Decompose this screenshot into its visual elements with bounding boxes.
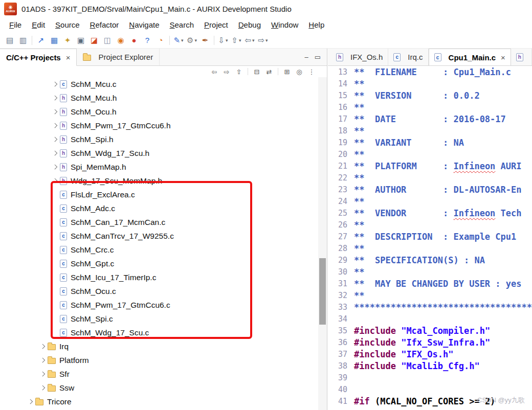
menu-refactor[interactable]: Refactor <box>85 19 124 31</box>
code-line[interactable]: 29** SPECIFICATION(S) : NA <box>328 255 532 266</box>
filters-button[interactable]: ◎ <box>294 66 304 77</box>
tree-scrollbar[interactable] <box>318 77 327 410</box>
tree-scrollbar-thumb[interactable] <box>319 258 326 325</box>
expand-chevron-icon[interactable] <box>39 381 48 395</box>
up-button[interactable]: ⇧ <box>234 66 244 77</box>
tree-item[interactable]: hWdg_17_Scu_MemMap.h <box>0 174 318 188</box>
tree-item[interactable]: cSchM_Adc.c <box>0 201 318 215</box>
menu-project[interactable]: Project <box>199 19 233 31</box>
code-line[interactable]: 24** <box>328 196 532 208</box>
help-button[interactable]: ? <box>141 34 154 47</box>
menu-debug[interactable]: Debug <box>233 19 266 31</box>
code-line[interactable]: 18** <box>328 125 532 137</box>
forward-button[interactable]: ⇨ <box>221 66 232 77</box>
code-line[interactable]: 34 <box>328 313 532 325</box>
tree-item[interactable]: hSpi_MemMap.h <box>0 160 318 174</box>
expand-all-button[interactable]: ⊞ <box>282 66 292 77</box>
code-line[interactable]: 40 <box>328 384 532 396</box>
console-button[interactable]: ▣ <box>74 34 87 47</box>
editor-tab-partial[interactable]: h <box>511 49 532 65</box>
code-line[interactable]: 20** <box>328 149 532 161</box>
code-line[interactable]: 16** <box>328 102 532 113</box>
previous-annotation-button[interactable]: ⇧ <box>230 34 243 47</box>
tree-item[interactable]: cFlsLdr_ExclArea.c <box>0 188 318 201</box>
key-button[interactable]: ✦ <box>61 34 74 47</box>
expand-chevron-icon[interactable] <box>39 339 48 353</box>
editor-body[interactable]: 13** FILENAME : Cpu1_Main.c14**15** VERS… <box>328 66 532 410</box>
tree-item[interactable]: cSchM_Mcu.c <box>0 77 318 91</box>
code-line[interactable]: 25** VENDOR : Infineon Tech <box>328 208 532 219</box>
tree-item[interactable]: cSchM_Crc.c <box>0 243 318 257</box>
tree-item[interactable]: Irq <box>0 339 318 353</box>
menu-window[interactable]: Window <box>266 19 303 31</box>
menu-help[interactable]: Help <box>303 19 329 31</box>
code-line[interactable]: 28** <box>328 243 532 255</box>
tree-item[interactable]: Tricore <box>0 395 318 408</box>
view-menu-button[interactable]: ⋮ <box>306 66 317 77</box>
flash-button[interactable]: ✎ <box>172 34 185 47</box>
expand-chevron-icon[interactable] <box>51 119 60 132</box>
tree-item[interactable]: cSchM_Can_17_McmCan.c <box>0 215 318 229</box>
code-line[interactable]: 19** VARIANT : NA <box>328 137 532 149</box>
tree-item[interactable]: cSchM_Wdg_17_Scu.c <box>0 326 318 339</box>
tree-item[interactable]: Platform <box>0 353 318 367</box>
tree-item[interactable]: Sfr <box>0 367 318 381</box>
code-line[interactable]: 26** <box>328 219 532 231</box>
save-all-button[interactable]: ▥ <box>16 34 30 47</box>
expand-chevron-icon[interactable] <box>39 367 48 381</box>
code-line[interactable]: 21** PLATFORM : Infineon AURI <box>328 161 532 172</box>
new-cpp-file-button[interactable]: ▦ <box>48 34 61 47</box>
code-line[interactable]: 30** <box>328 266 532 278</box>
tree-item[interactable]: cSchM_Pwm_17_GtmCcu6.c <box>0 298 318 312</box>
close-icon[interactable]: × <box>501 53 505 62</box>
code-line[interactable]: 23** AUTHOR : DL-AUTOSAR-En <box>328 184 532 196</box>
expand-chevron-icon[interactable] <box>51 146 60 160</box>
link-with-editor-button[interactable]: ⇄ <box>264 66 274 77</box>
expand-chevron-icon[interactable] <box>51 105 60 119</box>
menu-file[interactable]: File <box>4 19 27 31</box>
welcome-button[interactable]: ◔ <box>154 34 167 47</box>
editor-tab-cpu1-main-c[interactable]: cCpu1_Main.c× <box>429 49 511 66</box>
view-tab-project-explorer[interactable]: Project Explorer <box>77 49 160 65</box>
code-line[interactable]: 31** MAY BE CHANGED BY USER : yes <box>328 278 532 290</box>
run-config-button[interactable]: ⚙ <box>185 34 198 47</box>
next-annotation-button[interactable]: ⇩ <box>216 34 230 47</box>
save-button[interactable]: ▤ <box>3 34 16 47</box>
menu-edit[interactable]: Edit <box>27 19 50 31</box>
tree-item[interactable]: hSchM_Spi.h <box>0 132 318 146</box>
tree-item[interactable]: cSchM_CanTrcv_17_W9255.c <box>0 229 318 243</box>
format-button[interactable]: ✒ <box>198 34 212 47</box>
expand-chevron-icon[interactable] <box>51 160 60 174</box>
expand-chevron-icon[interactable] <box>51 132 60 146</box>
code-line[interactable]: 33**************************************… <box>328 302 532 313</box>
code-line[interactable]: 13** FILENAME : Cpu1_Main.c <box>328 66 532 78</box>
tree-item[interactable]: hSchM_Ocu.h <box>0 105 318 119</box>
code-line[interactable]: 35#include "Mcal_Compiler.h" <box>328 325 532 337</box>
terminal-button[interactable]: ◪ <box>87 34 101 47</box>
collapse-all-button[interactable]: ⊟ <box>252 66 262 77</box>
announcement-button[interactable]: ◉ <box>114 34 127 47</box>
record-button[interactable]: ● <box>127 34 141 47</box>
expand-chevron-icon[interactable] <box>27 395 35 408</box>
view-tab-c-c-projects[interactable]: C/C++ Projects× <box>0 49 77 66</box>
editor-tab-ifx-os-h[interactable]: hIFX_Os.h <box>331 49 388 65</box>
code-line[interactable]: 36#include "Ifx_Ssw_Infra.h" <box>328 337 532 349</box>
expand-chevron-icon[interactable] <box>39 353 48 367</box>
code-line[interactable]: 17** DATE : 2016-08-17 <box>328 113 532 125</box>
build-button[interactable]: ↗ <box>34 34 48 47</box>
tree-item[interactable]: cSchM_Spi.c <box>0 312 318 326</box>
tree-item[interactable]: cSchM_Gpt.c <box>0 257 318 270</box>
tree-item[interactable]: cSchM_Ocu.c <box>0 284 318 298</box>
code-line[interactable]: 15** VERSION : 0.0.2 <box>328 90 532 102</box>
code-line[interactable]: 37#include "IFX_Os.h" <box>328 349 532 360</box>
code-line[interactable]: 27** DESCRIPTION : Example Cpu1 <box>328 231 532 243</box>
tree-item[interactable]: hSchM_Pwm_17_GtmCcu6.h <box>0 119 318 132</box>
expand-chevron-icon[interactable] <box>51 77 60 91</box>
menu-source[interactable]: Source <box>50 19 85 31</box>
expand-chevron-icon[interactable] <box>51 91 60 105</box>
tree-item[interactable]: Ssw <box>0 381 318 395</box>
menu-navigate[interactable]: Navigate <box>124 19 164 31</box>
code-line[interactable]: 38#include "McalLib_Cfg.h" <box>328 360 532 372</box>
tree-item[interactable]: hSchM_Mcu.h <box>0 91 318 105</box>
code-line[interactable]: 32** <box>328 290 532 302</box>
